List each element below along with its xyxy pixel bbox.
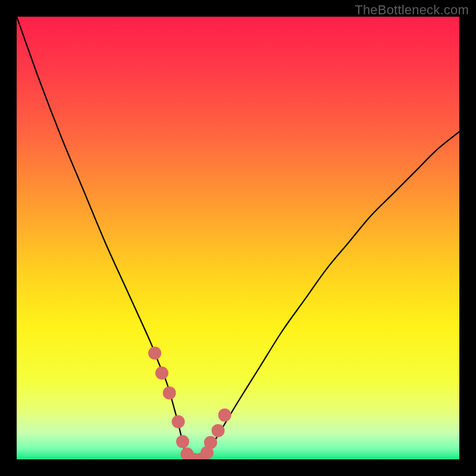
highlight-point xyxy=(212,424,225,437)
highlight-point xyxy=(172,415,185,428)
highlight-point xyxy=(155,367,168,380)
plot-area xyxy=(17,17,459,459)
highlight-point xyxy=(218,409,231,422)
highlight-point xyxy=(163,386,176,399)
highlight-point xyxy=(148,346,161,359)
curve-layer xyxy=(17,17,459,459)
highlight-point xyxy=(176,435,189,448)
chart-frame: TheBottleneck.com xyxy=(0,0,476,476)
highlight-markers xyxy=(148,346,231,459)
watermark-text: TheBottleneck.com xyxy=(355,2,469,18)
bottleneck-curve xyxy=(17,17,459,459)
highlight-point xyxy=(204,436,217,449)
